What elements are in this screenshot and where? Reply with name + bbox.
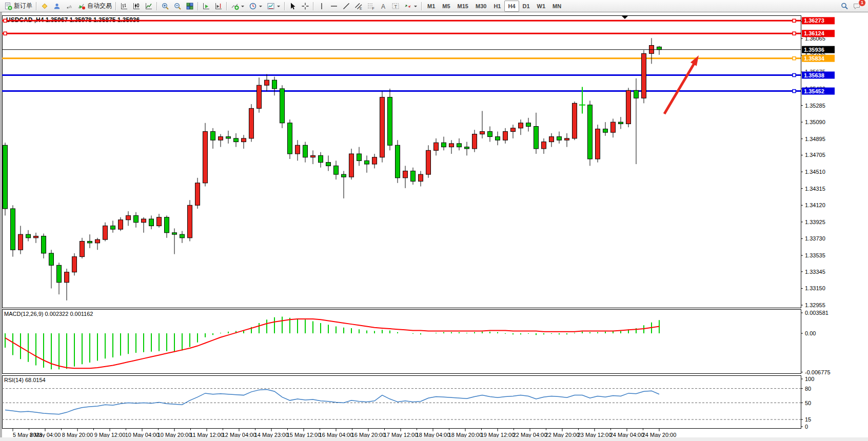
price-label-value: 1.35452 [804, 88, 824, 94]
tile-windows-button[interactable] [184, 1, 196, 12]
bar-chart-button[interactable] [118, 1, 130, 12]
candle-body [634, 90, 639, 98]
main-toolbar: 新订单 自动交易 [0, 0, 868, 12]
zoom-out-button[interactable] [171, 1, 184, 12]
auto-scroll-button[interactable] [200, 1, 212, 12]
candle-body [142, 219, 146, 223]
candle-body [49, 253, 54, 265]
candle-body [472, 134, 477, 149]
text-label-tool[interactable]: T [389, 1, 402, 12]
chart-canvas[interactable]: 1.362601.360651.358701.356751.354801.352… [0, 12, 868, 441]
chart-window: 1.362601.360651.358701.356751.354801.352… [0, 12, 868, 441]
candle-body [573, 103, 577, 138]
candle-body [557, 137, 562, 141]
candle-body [503, 132, 508, 141]
price-label-value: 1.36273 [804, 17, 824, 24]
candle-body [603, 129, 608, 132]
zoom-in-button[interactable] [159, 1, 171, 12]
line-chart-button[interactable] [143, 1, 155, 12]
search-button[interactable] [838, 1, 851, 12]
arrows-tool[interactable] [402, 1, 420, 12]
candle-body [596, 129, 600, 159]
price-tick-label: 1.32955 [805, 302, 825, 308]
tab-timeframe-m15[interactable]: M15 [454, 1, 472, 12]
window-edge-bottom [0, 437, 868, 441]
notifications-button[interactable]: 1 [851, 1, 863, 12]
candle-body [657, 47, 662, 50]
metaeditor-button[interactable] [38, 1, 51, 12]
cursor-button[interactable] [287, 1, 299, 12]
candle-body [11, 209, 15, 250]
candle-body [357, 154, 362, 161]
horizontal-line-tool[interactable] [328, 1, 340, 12]
separator [226, 2, 227, 10]
signals-button[interactable] [63, 1, 75, 12]
text-tool[interactable]: A [377, 1, 389, 12]
time-axis[interactable]: 5 May 20238 May 04:008 May 20:009 May 12… [13, 429, 676, 438]
window-edge-left [0, 12, 2, 441]
price-label-box: 1.35936 [802, 46, 835, 53]
candle-body [126, 215, 131, 219]
vertical-line-tool[interactable] [315, 1, 328, 12]
line-handle[interactable] [793, 74, 796, 77]
tab-timeframe-mn[interactable]: MN [549, 1, 565, 12]
candle-body [403, 171, 408, 177]
candle-body [134, 215, 139, 222]
periods-button[interactable] [247, 1, 265, 12]
line-chart-icon [145, 2, 153, 10]
candle-body [219, 137, 223, 141]
trendline-tool[interactable] [340, 1, 352, 12]
candle-body [172, 233, 177, 234]
candle-body [119, 220, 123, 229]
candle-body [18, 234, 23, 250]
candle-body [226, 137, 231, 138]
new-order-button[interactable]: 新订单 [2, 1, 34, 12]
candle-body [180, 234, 185, 238]
line-handle[interactable] [793, 19, 796, 22]
candle-body [149, 219, 154, 226]
auto-trading-icon [77, 2, 86, 10]
candle-body [65, 272, 69, 283]
tab-timeframe-h1[interactable]: H1 [490, 1, 504, 12]
price-tick-label: 1.35285 [805, 103, 825, 109]
chart-shift-button[interactable] [212, 1, 225, 12]
price-tick-label: 1.33730 [805, 235, 825, 242]
price-scale[interactable]: 1.362601.360651.358701.356751.354801.352… [801, 19, 825, 308]
tile-windows-icon [186, 2, 194, 10]
fibonacci-tool[interactable]: F [365, 1, 377, 12]
tab-timeframe-m1[interactable]: M1 [424, 1, 439, 12]
macd-pane [3, 310, 801, 374]
tab-timeframe-m30[interactable]: M30 [472, 1, 490, 12]
horizontal-line-icon [330, 2, 338, 10]
candle-body [257, 85, 262, 108]
chevron-down-icon [277, 4, 281, 8]
candlestick-chart-button[interactable] [130, 1, 143, 12]
tab-timeframe-d1[interactable]: D1 [519, 1, 534, 12]
search-icon [840, 2, 849, 10]
templates-button[interactable] [265, 1, 283, 12]
line-handle[interactable] [793, 32, 796, 35]
candle-body [449, 144, 454, 147]
line-handle[interactable] [793, 90, 796, 93]
equidistant-channel-tool[interactable]: E [352, 1, 365, 12]
rsi-pane [3, 376, 801, 429]
tab-timeframe-h4[interactable]: H4 [504, 1, 519, 12]
signals-icon [65, 2, 73, 10]
indicators-button[interactable] [229, 1, 247, 12]
auto-trading-button[interactable]: 自动交易 [75, 1, 114, 12]
line-handle[interactable] [4, 32, 7, 35]
profile-button[interactable] [51, 1, 63, 12]
fibonacci-icon: F [367, 2, 375, 10]
candle-body [349, 154, 354, 177]
candle-body [565, 138, 569, 140]
candle-body [465, 147, 469, 149]
candle-body [365, 161, 369, 164]
tab-timeframe-w1[interactable]: W1 [534, 1, 549, 12]
line-handle[interactable] [793, 57, 796, 60]
separator [313, 2, 314, 10]
tab-timeframe-m5[interactable]: M5 [439, 1, 453, 12]
profile-icon [53, 2, 61, 10]
price-label-value: 1.35834 [804, 55, 825, 62]
crosshair-button[interactable] [299, 1, 311, 12]
line-handle[interactable] [4, 19, 7, 22]
